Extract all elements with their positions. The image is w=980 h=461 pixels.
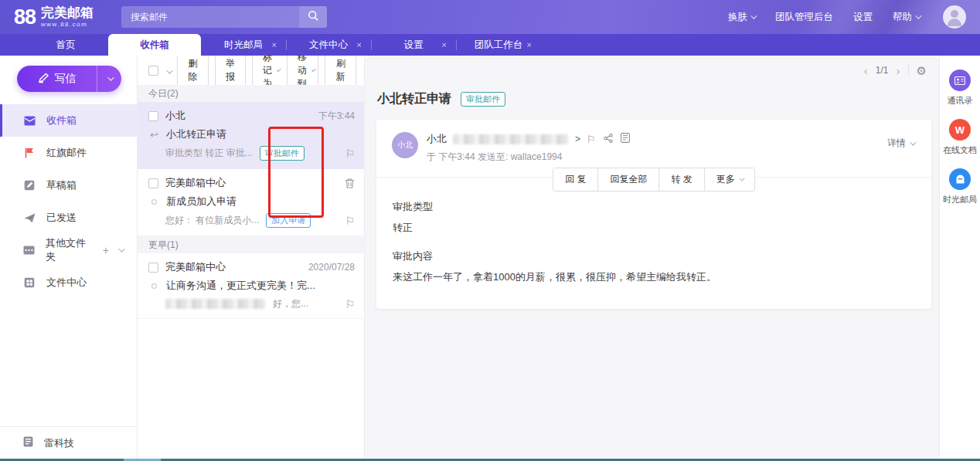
compose-label: 写信: [55, 72, 77, 86]
forward-button[interactable]: 转 发: [659, 168, 704, 191]
mail-checkbox[interactable]: [148, 111, 158, 121]
mail-time: 下午3:44: [318, 110, 355, 123]
replied-icon: ↩: [149, 130, 159, 140]
mail-body: 审批类型 转正 审批内容 来这工作一年了，拿着1000的月薪，很累，很压抑，希望…: [393, 199, 908, 284]
chevron-down-icon: [107, 74, 114, 80]
details-toggle[interactable]: 详情: [887, 137, 914, 150]
report-button[interactable]: 举 报: [215, 53, 247, 88]
user-avatar[interactable]: [943, 5, 966, 29]
share-icon[interactable]: [604, 134, 613, 145]
sidebar-item-label: 已发送: [46, 211, 77, 225]
mail-preview: 您好： 有位新成员小...: [165, 214, 259, 227]
sidebar-item-flagged[interactable]: 红旗邮件: [0, 137, 137, 169]
flag-icon[interactable]: ⚐: [587, 134, 596, 145]
mail-row-1[interactable]: 小北 下午3:44 ↩ 小北转正申请 审批类型 转正 审批... 审批邮件 ⚐: [138, 102, 364, 169]
close-icon[interactable]: ×: [357, 40, 362, 49]
flag-icon[interactable]: ⚐: [345, 298, 355, 310]
sidebar-item-drafts[interactable]: 草稿箱: [0, 169, 137, 202]
sidebar-item-other-folders[interactable]: 其他文件夹 +: [0, 234, 137, 266]
sidebar-item-file-center[interactable]: 文件中心: [0, 266, 137, 299]
delete-button[interactable]: 删 除: [177, 53, 209, 88]
unread-dot: [151, 283, 157, 289]
top-header: 88 完美邮箱 www.88.com 换肤 团队管理后台 设置 帮助: [0, 0, 980, 34]
reader-title-row: 小北转正申请 审批邮件: [365, 85, 939, 107]
more-button[interactable]: 更多: [704, 168, 754, 191]
redacted-email: [453, 134, 569, 144]
team-admin-link[interactable]: 团队管理后台: [775, 11, 833, 24]
online-docs-icon: W: [949, 119, 971, 141]
refresh-button[interactable]: 刷 新: [325, 53, 356, 88]
sidebar-item-label: 红旗邮件: [46, 146, 87, 160]
gear-icon[interactable]: ⚙: [917, 65, 927, 76]
mail-row-3[interactable]: 完美邮箱中心 2020/07/28 让商务沟通，更正式更完美！完... 好，您.…: [138, 253, 364, 319]
body-label-type: 审批类型: [393, 199, 908, 215]
chevron-down-icon: [311, 67, 315, 71]
sidebar-item-sent[interactable]: 已发送: [0, 202, 137, 234]
divider: [908, 65, 909, 76]
select-all-checkbox[interactable]: [148, 66, 158, 76]
mail-preview: 好，您...: [273, 297, 308, 310]
time-post-shortcut[interactable]: 时光邮局: [943, 168, 977, 205]
body-label-content: 审批内容: [393, 249, 908, 264]
reply-button[interactable]: 回 复: [553, 168, 597, 191]
approval-mail-badge: 审批邮件: [461, 92, 505, 107]
tab-file-center[interactable]: 文件中心 ×: [286, 34, 371, 56]
reader-pane: ‹ 1/1 › ⚙ 小北转正申请 审批邮件 小北 小北 > ⚐: [365, 56, 939, 459]
chevron-down-icon: [739, 176, 744, 181]
add-folder-icon[interactable]: +: [103, 244, 109, 256]
close-icon[interactable]: ×: [527, 40, 532, 49]
flag-icon[interactable]: ⚐: [345, 215, 355, 227]
logo-number: 88: [14, 5, 36, 29]
search-icon: [308, 10, 319, 24]
mail-sender: 完美邮箱中心: [165, 176, 338, 190]
sidebar-item-label: 文件中心: [46, 276, 87, 290]
memo-icon[interactable]: [621, 133, 630, 145]
page-prev-icon[interactable]: ‹: [864, 65, 868, 76]
flag-icon[interactable]: ⚐: [345, 147, 355, 160]
section-header-earlier: 更早(1): [138, 236, 364, 253]
skin-link[interactable]: 换肤: [728, 11, 755, 24]
sidebar-item-label: 收件箱: [46, 114, 77, 127]
compose-button[interactable]: 写信: [17, 66, 121, 92]
trash-icon[interactable]: [345, 178, 355, 188]
join-request-badge: 加入申请: [266, 213, 311, 228]
page-next-icon[interactable]: ›: [897, 65, 900, 76]
tab-inbox[interactable]: 收件箱: [108, 34, 201, 56]
section-header-today: 今日(2): [138, 85, 364, 102]
tab-bar: 首页 收件箱 时光邮局 × 文件中心 × 设置 × 团队工作台 ×: [0, 34, 980, 56]
online-docs-shortcut[interactable]: W 在线文档: [943, 119, 977, 156]
chevron-down-icon[interactable]: [118, 246, 124, 252]
search-bar: [121, 6, 327, 28]
folder-icon: [23, 244, 35, 256]
redacted-text: [165, 299, 266, 309]
sender-name: 小北: [427, 132, 447, 146]
settings-link[interactable]: 设置: [853, 11, 873, 24]
left-sidebar: 写信 收件箱 红旗邮件 草稿箱: [0, 56, 138, 459]
mail-row-2[interactable]: 完美邮箱中心 新成员加入申请 您好： 有位新成员小... 加入申请 ⚐: [138, 169, 364, 236]
sidebar-item-label: 其他文件夹: [46, 236, 92, 264]
close-icon[interactable]: ×: [442, 40, 447, 49]
contacts-shortcut[interactable]: 通讯录: [948, 69, 973, 107]
sidebar-item-inbox[interactable]: 收件箱: [0, 104, 137, 137]
select-dropdown[interactable]: [166, 63, 171, 77]
reader-toolbar: ‹ 1/1 › ⚙: [365, 56, 939, 85]
tab-time-post[interactable]: 时光邮局 ×: [201, 34, 286, 56]
search-button[interactable]: [299, 6, 327, 28]
sidebar-item-org[interactable]: 雷科技: [0, 426, 137, 459]
mail-checkbox[interactable]: [148, 263, 158, 273]
close-icon[interactable]: ×: [272, 40, 277, 49]
sidebar-item-label: 草稿箱: [46, 178, 77, 192]
tab-settings[interactable]: 设置 ×: [371, 34, 456, 56]
mail-checkbox[interactable]: [148, 178, 158, 188]
app-logo: 88 完美邮箱 www.88.com: [14, 5, 94, 29]
mail-subject: 新成员加入申请: [166, 195, 236, 208]
sender-arrow: >: [575, 134, 580, 144]
tab-team-workspace[interactable]: 团队工作台 ×: [456, 34, 541, 56]
compose-dropdown[interactable]: [97, 66, 121, 92]
org-label: 雷科技: [44, 436, 74, 450]
help-link[interactable]: 帮助: [893, 11, 920, 24]
chevron-down-icon: [277, 67, 281, 71]
search-input[interactable]: [121, 6, 299, 28]
reply-all-button[interactable]: 回复全部: [598, 168, 659, 191]
tab-home[interactable]: 首页: [23, 34, 108, 56]
